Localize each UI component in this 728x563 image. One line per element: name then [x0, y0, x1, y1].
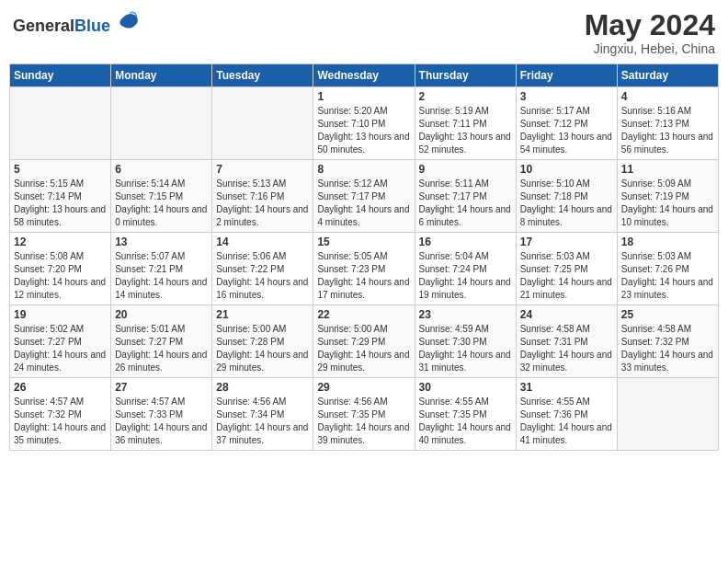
weekday-header: Monday [111, 64, 212, 87]
day-info: Sunrise: 5:05 AM Sunset: 7:23 PM Dayligh… [317, 250, 410, 302]
calendar-cell [617, 378, 718, 451]
title-block: May 2024 Jingxiu, Hebei, China [585, 9, 715, 56]
calendar-cell [10, 87, 111, 160]
day-number: 29 [317, 381, 410, 394]
calendar-cell: 19Sunrise: 5:02 AM Sunset: 7:27 PM Dayli… [10, 305, 111, 378]
day-info: Sunrise: 5:14 AM Sunset: 7:15 PM Dayligh… [115, 178, 208, 229]
calendar-cell: 4Sunrise: 5:16 AM Sunset: 7:13 PM Daylig… [617, 87, 718, 160]
day-number: 8 [317, 163, 410, 176]
day-info: Sunrise: 5:04 AM Sunset: 7:24 PM Dayligh… [419, 250, 512, 302]
day-number: 3 [520, 90, 613, 103]
calendar-cell: 16Sunrise: 5:04 AM Sunset: 7:24 PM Dayli… [415, 233, 516, 305]
calendar-cell: 31Sunrise: 4:55 AM Sunset: 7:36 PM Dayli… [516, 378, 617, 451]
day-info: Sunrise: 4:56 AM Sunset: 7:34 PM Dayligh… [216, 396, 309, 447]
logo-icon [117, 9, 139, 31]
logo-blue: Blue [74, 17, 110, 35]
calendar-week-row: 1Sunrise: 5:20 AM Sunset: 7:10 PM Daylig… [10, 87, 719, 160]
day-info: Sunrise: 4:56 AM Sunset: 7:35 PM Dayligh… [317, 396, 410, 447]
day-info: Sunrise: 5:12 AM Sunset: 7:17 PM Dayligh… [317, 178, 410, 229]
day-number: 2 [419, 90, 512, 103]
day-info: Sunrise: 4:55 AM Sunset: 7:36 PM Dayligh… [520, 396, 613, 447]
day-info: Sunrise: 5:07 AM Sunset: 7:21 PM Dayligh… [115, 250, 208, 302]
calendar-cell: 25Sunrise: 4:58 AM Sunset: 7:32 PM Dayli… [617, 305, 718, 378]
day-number: 27 [115, 381, 208, 394]
calendar-cell: 2Sunrise: 5:19 AM Sunset: 7:11 PM Daylig… [415, 87, 516, 160]
calendar-cell: 20Sunrise: 5:01 AM Sunset: 7:27 PM Dayli… [111, 305, 212, 378]
day-number: 6 [115, 163, 208, 176]
day-number: 23 [419, 308, 512, 321]
calendar-cell: 21Sunrise: 5:00 AM Sunset: 7:28 PM Dayli… [212, 305, 313, 378]
day-info: Sunrise: 5:00 AM Sunset: 7:29 PM Dayligh… [317, 323, 410, 374]
day-number: 22 [317, 308, 410, 321]
day-info: Sunrise: 5:03 AM Sunset: 7:25 PM Dayligh… [520, 250, 613, 302]
calendar-cell: 29Sunrise: 4:56 AM Sunset: 7:35 PM Dayli… [313, 378, 415, 451]
day-info: Sunrise: 5:11 AM Sunset: 7:17 PM Dayligh… [419, 178, 512, 229]
day-info: Sunrise: 5:08 AM Sunset: 7:20 PM Dayligh… [14, 250, 107, 302]
weekday-header-row: SundayMondayTuesdayWednesdayThursdayFrid… [10, 64, 719, 87]
calendar-cell: 6Sunrise: 5:14 AM Sunset: 7:15 PM Daylig… [111, 160, 212, 233]
day-info: Sunrise: 4:58 AM Sunset: 7:32 PM Dayligh… [621, 323, 714, 374]
calendar-cell: 11Sunrise: 5:09 AM Sunset: 7:19 PM Dayli… [617, 160, 718, 233]
day-number: 31 [520, 381, 613, 394]
day-info: Sunrise: 4:55 AM Sunset: 7:35 PM Dayligh… [419, 396, 512, 447]
weekday-header: Saturday [617, 64, 718, 87]
day-info: Sunrise: 4:57 AM Sunset: 7:32 PM Dayligh… [14, 396, 107, 447]
calendar-cell: 3Sunrise: 5:17 AM Sunset: 7:12 PM Daylig… [516, 87, 617, 160]
weekday-header: Tuesday [212, 64, 313, 87]
day-number: 16 [419, 236, 512, 248]
day-info: Sunrise: 5:09 AM Sunset: 7:19 PM Dayligh… [621, 178, 714, 229]
logo-general: General [13, 17, 74, 35]
calendar-cell [212, 87, 313, 160]
day-number: 21 [216, 308, 309, 321]
day-number: 1 [317, 90, 410, 103]
day-number: 11 [621, 163, 714, 176]
day-number: 25 [621, 308, 714, 321]
calendar-cell: 30Sunrise: 4:55 AM Sunset: 7:35 PM Dayli… [415, 378, 516, 451]
day-number: 9 [419, 163, 512, 176]
calendar-cell: 7Sunrise: 5:13 AM Sunset: 7:16 PM Daylig… [212, 160, 313, 233]
calendar-cell: 28Sunrise: 4:56 AM Sunset: 7:34 PM Dayli… [212, 378, 313, 451]
weekday-header: Friday [516, 64, 617, 87]
calendar-header: GeneralBlue May 2024 Jingxiu, Hebei, Chi… [9, 9, 719, 56]
day-info: Sunrise: 4:58 AM Sunset: 7:31 PM Dayligh… [520, 323, 613, 374]
day-info: Sunrise: 5:13 AM Sunset: 7:16 PM Dayligh… [216, 178, 309, 229]
day-number: 13 [115, 236, 208, 248]
calendar-table: SundayMondayTuesdayWednesdayThursdayFrid… [9, 63, 719, 451]
day-number: 17 [520, 236, 613, 248]
calendar-cell: 1Sunrise: 5:20 AM Sunset: 7:10 PM Daylig… [313, 87, 415, 160]
calendar-cell: 9Sunrise: 5:11 AM Sunset: 7:17 PM Daylig… [415, 160, 516, 233]
day-number: 24 [520, 308, 613, 321]
day-number: 5 [14, 163, 107, 176]
calendar-cell: 17Sunrise: 5:03 AM Sunset: 7:25 PM Dayli… [516, 233, 617, 305]
calendar-cell: 23Sunrise: 4:59 AM Sunset: 7:30 PM Dayli… [415, 305, 516, 378]
day-number: 19 [14, 308, 107, 321]
weekday-header: Sunday [10, 64, 111, 87]
logo: GeneralBlue [13, 9, 139, 36]
calendar-cell: 8Sunrise: 5:12 AM Sunset: 7:17 PM Daylig… [313, 160, 415, 233]
day-info: Sunrise: 4:57 AM Sunset: 7:33 PM Dayligh… [115, 396, 208, 447]
day-info: Sunrise: 5:15 AM Sunset: 7:14 PM Dayligh… [14, 178, 107, 229]
calendar-week-row: 26Sunrise: 4:57 AM Sunset: 7:32 PM Dayli… [10, 378, 719, 451]
day-info: Sunrise: 5:01 AM Sunset: 7:27 PM Dayligh… [115, 323, 208, 374]
day-info: Sunrise: 5:10 AM Sunset: 7:18 PM Dayligh… [520, 178, 613, 229]
weekday-header: Wednesday [313, 64, 415, 87]
day-number: 30 [419, 381, 512, 394]
day-number: 26 [14, 381, 107, 394]
day-number: 20 [115, 308, 208, 321]
calendar-cell: 5Sunrise: 5:15 AM Sunset: 7:14 PM Daylig… [10, 160, 111, 233]
location: Jingxiu, Hebei, China [585, 41, 715, 56]
day-info: Sunrise: 5:02 AM Sunset: 7:27 PM Dayligh… [14, 323, 107, 374]
day-number: 15 [317, 236, 410, 248]
day-number: 14 [216, 236, 309, 248]
calendar-cell: 27Sunrise: 4:57 AM Sunset: 7:33 PM Dayli… [111, 378, 212, 451]
day-info: Sunrise: 5:20 AM Sunset: 7:10 PM Dayligh… [317, 105, 410, 156]
calendar-cell [111, 87, 212, 160]
calendar-cell: 12Sunrise: 5:08 AM Sunset: 7:20 PM Dayli… [10, 233, 111, 305]
day-number: 4 [621, 90, 714, 103]
calendar-cell: 10Sunrise: 5:10 AM Sunset: 7:18 PM Dayli… [516, 160, 617, 233]
calendar-cell: 24Sunrise: 4:58 AM Sunset: 7:31 PM Dayli… [516, 305, 617, 378]
day-info: Sunrise: 5:03 AM Sunset: 7:26 PM Dayligh… [621, 250, 714, 302]
day-info: Sunrise: 5:00 AM Sunset: 7:28 PM Dayligh… [216, 323, 309, 374]
day-number: 12 [14, 236, 107, 248]
calendar-cell: 26Sunrise: 4:57 AM Sunset: 7:32 PM Dayli… [10, 378, 111, 451]
